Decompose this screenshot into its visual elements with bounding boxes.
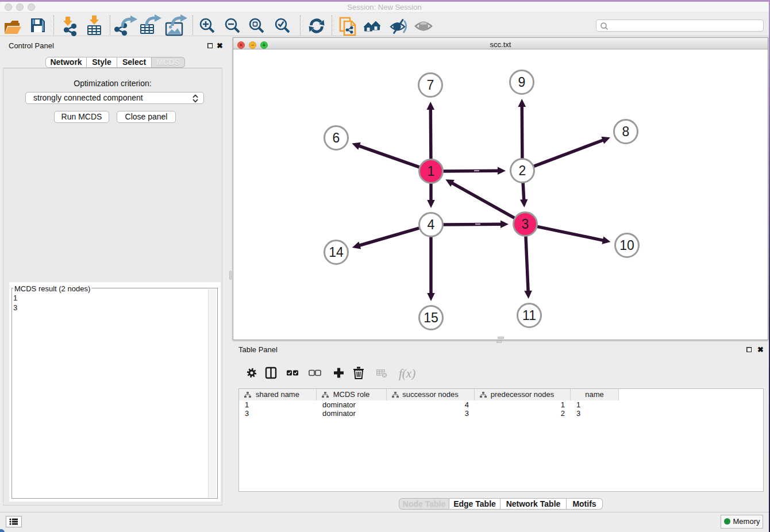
svg-text:7: 7 — [427, 78, 434, 92]
svg-text:6: 6 — [333, 130, 340, 145]
svg-text:1: 1 — [428, 164, 435, 179]
svg-text:4: 4 — [428, 217, 435, 232]
svg-text:15: 15 — [424, 310, 438, 325]
svg-text:11: 11 — [522, 308, 536, 323]
svg-text:10: 10 — [619, 238, 634, 253]
svg-text:2: 2 — [519, 163, 526, 178]
svg-text:3: 3 — [522, 217, 529, 232]
svg-text:f(x): f(x) — [399, 367, 415, 380]
svg-text:9: 9 — [518, 75, 526, 90]
svg-text:14: 14 — [329, 245, 344, 260]
svg-text:8: 8 — [622, 124, 630, 139]
